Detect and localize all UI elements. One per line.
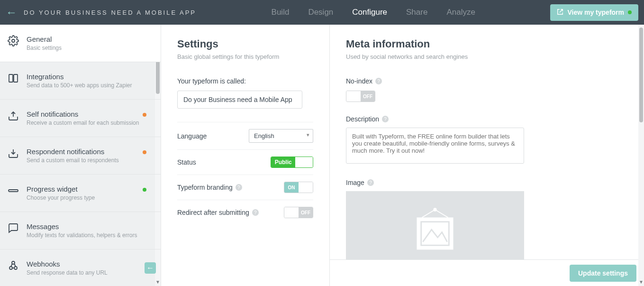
sidebar-item-label: Integrations [27,73,132,81]
external-link-icon [557,9,563,17]
status-value: Public [271,157,295,167]
meta-sub: Used by social networks and search engin… [346,53,628,60]
top-bar: ← DO YOUR BUSINESS NEED A MOBILE APP Bui… [0,0,644,25]
nav-build[interactable]: Build [271,1,290,24]
main-panel: Settings Basic global settings for this … [161,25,644,286]
settings-sub: Basic global settings for this typeform [177,53,313,60]
back-arrow-icon[interactable]: ← [6,6,17,19]
nav-configure[interactable]: Configure [351,1,388,24]
svg-rect-3 [9,190,18,192]
view-typeform-label: View my typeform [567,9,624,16]
sidebar-item-sub: Send response data to any URL [27,269,108,276]
sidebar-item-label: Messages [27,222,137,231]
noindex-label: No-index ? [346,77,628,85]
language-select[interactable]: English [249,129,313,143]
main-nav: Build Design Configure Share Analyze [196,1,550,24]
sidebar-item-self-notifications[interactable]: Self notifications Receive a custom emai… [0,100,161,137]
download-tray-icon [7,148,20,159]
toggle-off-label: OFF [361,91,375,101]
language-label: Language [177,132,207,140]
toggle-on-label: ON [284,182,299,193]
toggle-off-label: OFF [299,207,313,218]
image-placeholder-icon [409,204,461,257]
upload-tray-icon [7,110,20,121]
sidebar-item-label: Webhooks [27,260,108,268]
update-settings-button[interactable]: Update settings [570,265,636,282]
view-typeform-button[interactable]: View my typeform [550,4,638,21]
svg-line-9 [435,210,448,218]
status-badge [143,150,146,154]
sidebar-item-sub: Basic settings [27,45,62,51]
description-textarea[interactable] [346,128,524,164]
description-label: Description ? [346,115,628,123]
sidebar: ▼ General Basic settings Integrations Se… [0,25,161,286]
status-badge [143,113,146,117]
image-dropzone[interactable] [346,191,524,269]
svg-rect-1 [9,74,13,82]
sidebar-item-label: Progress widget [27,185,95,193]
sidebar-item-sub: Choose your progress type [27,194,95,201]
sidebar-item-sub: Send a custom email to respondents [27,157,119,164]
svg-point-5 [14,267,17,269]
svg-rect-2 [14,74,18,82]
sidebar-item-label: Self notifications [27,110,139,118]
branding-label: Typeform branding ? [177,184,242,191]
noindex-toggle[interactable]: OFF [346,91,375,102]
main-scrollbar[interactable]: ▼ [638,25,644,286]
collapse-sidebar-icon[interactable]: ← [145,262,156,274]
page-title: DO YOUR BUSINESS NEED A MOBILE APP [24,9,196,16]
help-icon[interactable]: ? [367,179,374,186]
nav-design[interactable]: Design [307,1,334,24]
redirect-label: Redirect after submitting ? [177,209,259,216]
status-badge [143,188,146,192]
sidebar-item-integrations[interactable]: Integrations Send data to 500+ web apps … [0,62,161,100]
nav-analyze[interactable]: Analyze [445,1,476,24]
sidebar-item-respondent-notifications[interactable]: Respondent notifications Send a custom e… [0,137,161,175]
meta-panel: Meta information Used by social networks… [330,25,644,286]
status-label: Status [177,158,196,166]
settings-panel: Settings Basic global settings for this … [161,25,330,286]
help-icon[interactable]: ? [382,116,389,122]
help-icon[interactable]: ? [375,78,382,84]
settings-title: Settings [177,38,313,50]
clip-icon [7,185,20,196]
help-icon[interactable]: ? [236,184,242,191]
blocks-icon [7,73,20,84]
status-toggle[interactable]: Public [271,157,313,168]
sidebar-item-sub: Receive a custom email for each submissi… [27,120,139,126]
redirect-toggle[interactable]: OFF [284,207,313,218]
sidebar-item-sub: Modify texts for validations, helpers & … [27,232,137,239]
sidebar-item-progress-widget[interactable]: Progress widget Choose your progress typ… [0,175,161,212]
image-label: Image ? [346,179,628,186]
gear-icon [7,35,20,46]
sidebar-item-label: Respondent notifications [27,148,119,156]
scrollbar-thumb[interactable] [639,28,643,122]
sidebar-item-webhooks[interactable]: Webhooks Send response data to any URL [0,249,161,286]
chat-icon [7,222,20,234]
webhook-icon [7,260,20,271]
sidebar-item-general[interactable]: General Basic settings [0,25,161,62]
bottom-bar: Update settings [330,259,644,286]
meta-title: Meta information [346,38,628,50]
help-icon[interactable]: ? [252,209,259,216]
branding-toggle[interactable]: ON [284,182,313,193]
nav-share[interactable]: Share [405,1,428,24]
typeform-name-input[interactable] [177,91,302,109]
typeform-name-label: Your typeform is called: [177,77,313,85]
sidebar-item-messages[interactable]: Messages Modify texts for validations, h… [0,212,161,249]
svg-point-0 [12,39,15,42]
scroll-down-icon[interactable]: ▼ [638,279,644,286]
sidebar-item-sub: Send data to 500+ web apps using Zapier [27,82,132,89]
status-dot-icon [628,10,632,14]
svg-point-4 [9,267,12,269]
sidebar-item-label: General [27,35,62,43]
svg-line-8 [422,210,435,218]
